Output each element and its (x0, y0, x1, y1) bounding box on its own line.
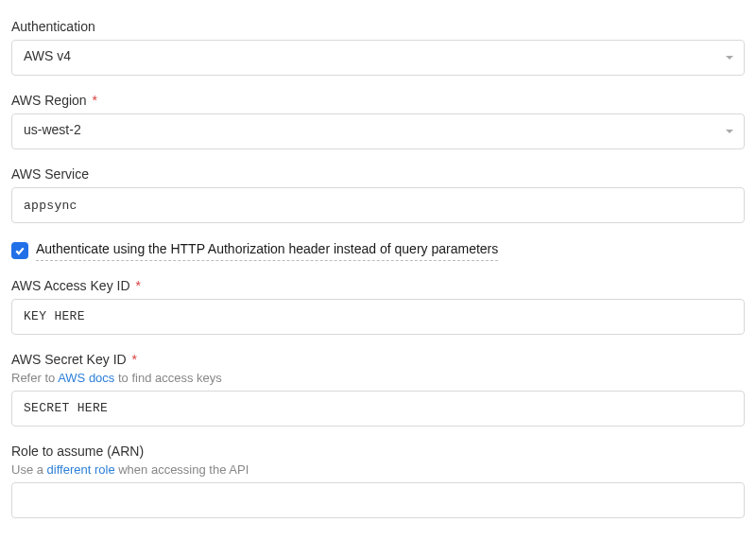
access-key-input[interactable] (11, 299, 745, 335)
access-key-label: AWS Access Key ID * (11, 278, 745, 293)
aws-region-label-text: AWS Region (11, 93, 87, 108)
aws-service-input[interactable] (11, 187, 745, 223)
http-header-checkbox-row: Authenticate using the HTTP Authorizatio… (11, 240, 745, 261)
http-header-checkbox-label: Authenticate using the HTTP Authorizatio… (36, 240, 498, 261)
authentication-select-wrapper: AWS v4 (11, 40, 745, 76)
secret-key-input[interactable] (11, 391, 745, 427)
authentication-label: Authentication (11, 19, 745, 34)
authentication-field: Authentication AWS v4 (11, 19, 745, 76)
http-header-checkbox[interactable] (11, 242, 28, 259)
secret-key-label: AWS Secret Key ID * (11, 352, 745, 367)
role-arn-helper: Use a different role when accessing the … (11, 462, 745, 477)
aws-region-select-wrapper: us-west-2 (11, 113, 745, 149)
role-arn-input[interactable] (11, 482, 745, 518)
aws-region-select[interactable]: us-west-2 (11, 113, 745, 149)
checkmark-icon (14, 245, 26, 256)
secret-key-helper-suffix: to find access keys (114, 371, 221, 385)
aws-region-label: AWS Region * (11, 93, 745, 108)
role-arn-helper-prefix: Use a (11, 462, 47, 477)
aws-docs-link[interactable]: AWS docs (58, 371, 114, 385)
authentication-select[interactable]: AWS v4 (11, 40, 745, 76)
required-asterisk-icon: * (135, 278, 140, 293)
role-arn-field: Role to assume (ARN) Use a different rol… (11, 444, 745, 518)
access-key-field: AWS Access Key ID * (11, 278, 745, 335)
access-key-label-text: AWS Access Key ID (11, 278, 130, 293)
required-asterisk-icon: * (93, 93, 97, 108)
role-arn-helper-suffix: when accessing the API (115, 462, 249, 477)
secret-key-helper: Refer to AWS docs to find access keys (11, 371, 745, 385)
secret-key-label-text: AWS Secret Key ID (11, 352, 127, 367)
aws-service-field: AWS Service (11, 166, 745, 223)
aws-service-label: AWS Service (11, 166, 745, 182)
secret-key-helper-prefix: Refer to (11, 371, 58, 385)
secret-key-field: AWS Secret Key ID * Refer to AWS docs to… (11, 352, 745, 427)
role-arn-label: Role to assume (ARN) (11, 444, 745, 459)
aws-region-field: AWS Region * us-west-2 (11, 93, 745, 149)
required-asterisk-icon: * (132, 352, 137, 367)
different-role-link[interactable]: different role (47, 462, 115, 477)
